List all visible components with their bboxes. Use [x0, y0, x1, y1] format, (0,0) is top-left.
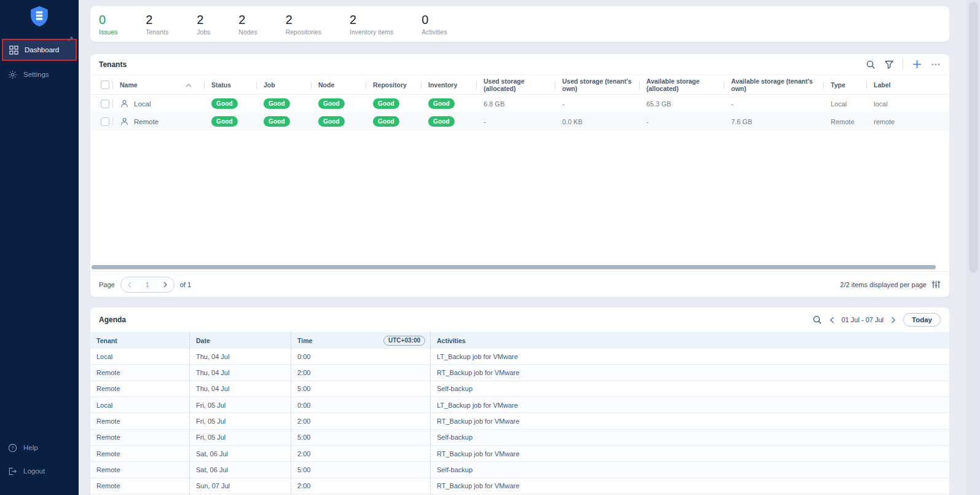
- agenda-panel: Agenda 01 Jul - 07 Jul Today Tenant Date…: [90, 307, 949, 495]
- main-content: 0 Issues 2 Tenants 2 Jobs 2 Nodes 2 Repo…: [79, 0, 980, 495]
- horizontal-scrollbar[interactable]: [92, 265, 936, 269]
- agenda-activity-link[interactable]: RT_Backup job for VMware: [430, 446, 949, 461]
- agenda-row[interactable]: Remote Fri, 05 Jul 5:00 Self-backup: [90, 430, 949, 446]
- stat-repositories[interactable]: 2 Repositories: [286, 12, 321, 36]
- agenda-row[interactable]: Remote Thu, 04 Jul 2:00 RT_Backup job fo…: [90, 365, 949, 381]
- page-label: Page: [99, 281, 115, 288]
- tenant-person-icon: [120, 117, 129, 126]
- column-header-date[interactable]: Date: [189, 332, 291, 349]
- agenda-row[interactable]: Remote Sat, 06 Jul 2:00 RT_Backup job fo…: [90, 446, 949, 462]
- agenda-row[interactable]: Local Thu, 04 Jul 0:00 LT_Backup job for…: [90, 349, 949, 365]
- job-badge: Good: [264, 116, 290, 127]
- agenda-activity-link[interactable]: Self-backup: [430, 462, 949, 477]
- job-badge: Good: [264, 98, 290, 109]
- column-header-name[interactable]: Name: [112, 75, 204, 94]
- sidebar-item-dashboard[interactable]: Dashboard: [2, 39, 77, 61]
- today-button[interactable]: Today: [903, 313, 941, 327]
- tenant-row[interactable]: Local Good Good Good Good Good 6.8 GB - …: [90, 95, 949, 113]
- stat-activities[interactable]: 0 Activities: [421, 12, 447, 36]
- agenda-activity-link[interactable]: LT_Backup job for VMware: [430, 397, 949, 413]
- agenda-activity-link[interactable]: Self-backup: [430, 381, 949, 397]
- sidebar-item-label: Settings: [23, 71, 49, 78]
- logout-icon: [8, 467, 17, 476]
- column-header-inventory[interactable]: Inventory: [421, 75, 476, 94]
- agenda-row[interactable]: Remote Sat, 06 Jul 5:00 Self-backup: [90, 462, 949, 478]
- agenda-search-icon[interactable]: [812, 315, 822, 325]
- column-header-label[interactable]: Label: [866, 75, 949, 94]
- sidebar-item-label: Help: [23, 444, 38, 451]
- column-header-tenant[interactable]: Tenant: [90, 332, 189, 349]
- app-logo[interactable]: [0, 0, 79, 28]
- repository-badge: Good: [373, 116, 399, 127]
- current-page-value[interactable]: 1: [146, 281, 149, 288]
- column-header-used-storage-allocated[interactable]: Used storage (allocated): [476, 75, 555, 94]
- page-selector[interactable]: 1: [120, 277, 174, 293]
- column-header-job[interactable]: Job: [256, 75, 311, 94]
- tenant-name-link[interactable]: Local: [134, 100, 151, 108]
- column-settings-icon[interactable]: [931, 280, 941, 289]
- previous-page-icon[interactable]: [127, 282, 132, 288]
- next-week-icon[interactable]: [891, 317, 896, 323]
- more-options-icon[interactable]: [931, 60, 941, 69]
- agenda-activity-link[interactable]: RT_Backup job for VMware: [430, 478, 949, 494]
- agenda-date-value: Fri, 05 Jul: [189, 413, 291, 429]
- stat-value: 0: [99, 12, 117, 27]
- stat-nodes[interactable]: 2 Nodes: [238, 12, 257, 36]
- help-icon: ?: [8, 443, 17, 453]
- agenda-activity-link[interactable]: RT_Backup job for VMware: [430, 365, 949, 380]
- sidebar-item-logout[interactable]: Logout: [0, 462, 79, 480]
- column-header-repository[interactable]: Repository: [366, 75, 421, 94]
- agenda-time-value: 0:00: [291, 349, 430, 364]
- stat-issues[interactable]: 0 Issues: [99, 12, 117, 36]
- column-header-used-storage-own[interactable]: Used storage (tenant's own): [555, 75, 639, 94]
- agenda-tenant-value: Remote: [90, 462, 189, 477]
- tenant-person-icon: [120, 99, 129, 108]
- agenda-activity-link[interactable]: LT_Backup job for VMware: [430, 349, 949, 364]
- agenda-tenant-value: Remote: [90, 381, 189, 397]
- column-header-activities[interactable]: Activities: [430, 332, 949, 349]
- stat-inventory-items[interactable]: 2 Inventory items: [350, 12, 393, 36]
- agenda-row[interactable]: Remote Sun, 07 Jul 2:00 RT_Backup job fo…: [90, 478, 949, 494]
- stat-jobs[interactable]: 2 Jobs: [197, 12, 210, 36]
- select-all-checkbox[interactable]: [101, 81, 109, 89]
- search-icon[interactable]: [866, 60, 876, 69]
- row-checkbox[interactable]: [101, 117, 109, 126]
- next-page-icon[interactable]: [163, 282, 168, 288]
- dashboard-grid-icon: [9, 46, 18, 55]
- filter-icon[interactable]: [884, 60, 894, 69]
- agenda-tenant-value: Local: [90, 349, 189, 364]
- column-header-node[interactable]: Node: [311, 75, 366, 94]
- agenda-row[interactable]: Remote Thu, 04 Jul 5:00 Self-backup: [90, 381, 949, 397]
- column-header-available-storage-allocated[interactable]: Available storage (allocated): [639, 75, 724, 94]
- svg-text:?: ?: [11, 445, 14, 451]
- sidebar-item-help[interactable]: ? Help: [0, 438, 79, 457]
- column-header-available-storage-own[interactable]: Available storage (tenant's own): [724, 75, 823, 94]
- column-header-time[interactable]: Time UTC+03:00: [291, 332, 430, 349]
- agenda-row[interactable]: Remote Fri, 05 Jul 2:00 RT_Backup job fo…: [90, 413, 949, 429]
- stat-tenants[interactable]: 2 Tenants: [146, 12, 168, 36]
- row-checkbox[interactable]: [101, 100, 109, 108]
- tenant-name-link[interactable]: Remote: [134, 118, 159, 125]
- agenda-row[interactable]: Local Fri, 05 Jul 0:00 LT_Backup job for…: [90, 397, 949, 413]
- toolbar-divider: [903, 59, 903, 69]
- tenant-row[interactable]: Remote Good Good Good Good Good - 0.0 KB…: [90, 113, 949, 130]
- agenda-tenant-value: Remote: [90, 365, 189, 380]
- available-storage-own-value: -: [724, 95, 823, 113]
- stat-label: Tenants: [146, 28, 168, 36]
- previous-week-icon[interactable]: [829, 317, 834, 323]
- timezone-badge[interactable]: UTC+03:00: [383, 336, 425, 346]
- sidebar-collapse-icon[interactable]: [68, 33, 73, 44]
- tenant-type-value: Remote: [823, 113, 866, 130]
- column-header-status[interactable]: Status: [204, 75, 256, 94]
- add-tenant-icon[interactable]: [912, 59, 922, 69]
- column-header-type[interactable]: Type: [823, 75, 866, 94]
- agenda-time-value: 2:00: [291, 365, 430, 380]
- vertical-scrollbar[interactable]: [967, 0, 980, 495]
- agenda-table-body: Local Thu, 04 Jul 0:00 LT_Backup job for…: [90, 349, 949, 494]
- agenda-activity-link[interactable]: Self-backup: [430, 430, 949, 445]
- agenda-tenant-value: Remote: [90, 478, 189, 494]
- agenda-time-value: 5:00: [291, 462, 430, 477]
- sidebar-item-settings[interactable]: Settings: [0, 63, 79, 85]
- vertical-scrollbar-thumb[interactable]: [969, 2, 978, 272]
- agenda-activity-link[interactable]: RT_Backup job for VMware: [430, 413, 949, 429]
